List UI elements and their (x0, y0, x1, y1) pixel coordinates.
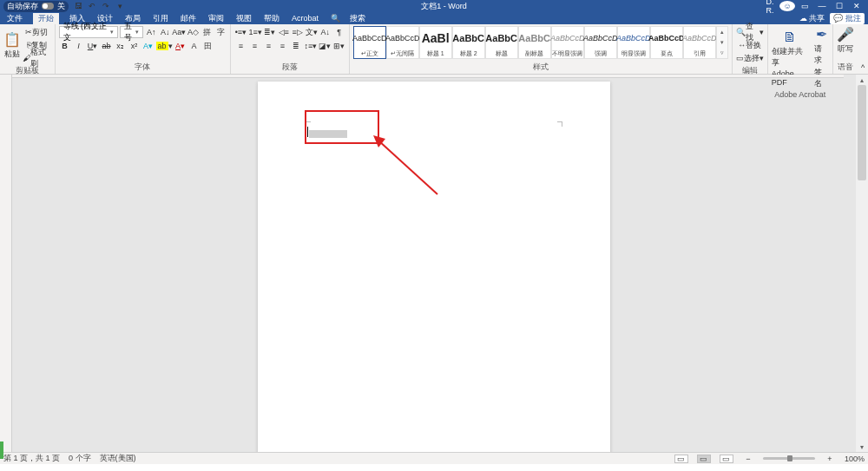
shading-icon[interactable]: ◪▾ (319, 40, 331, 52)
dictate-button[interactable]: 🎤 听写 (837, 26, 854, 55)
collapse-ribbon-icon[interactable]: ^ (857, 62, 868, 74)
tab-mailings[interactable]: 邮件 (179, 13, 198, 24)
user-avatar-icon[interactable]: ☺ (779, 1, 795, 11)
find-button[interactable]: 🔍 查找 ▾ (736, 26, 764, 38)
increase-indent-icon[interactable]: ≡▷ (292, 26, 304, 38)
tab-acrobat[interactable]: Acrobat (290, 14, 320, 23)
view-web-layout-icon[interactable]: ▭ (720, 455, 733, 463)
superscript-icon[interactable]: x² (128, 40, 141, 52)
search-icon[interactable]: 🔍 (329, 12, 341, 24)
search-label[interactable]: 搜索 (350, 13, 365, 24)
chevron-up-icon[interactable]: ▴ (717, 27, 727, 37)
scroll-up-icon[interactable]: ▴ (856, 75, 868, 85)
select-button[interactable]: ▭ 选择 ▾ (736, 52, 764, 64)
decrease-indent-icon[interactable]: ◁≡ (278, 26, 290, 38)
bullets-icon[interactable]: •≡▾ (234, 26, 247, 38)
strikethrough-icon[interactable]: ab (101, 40, 113, 52)
style-strong[interactable]: AaBbCcD要点 (650, 26, 683, 59)
comments-button[interactable]: 💬 批注 (830, 13, 865, 24)
underline-icon[interactable]: U▾ (87, 40, 99, 52)
style-title[interactable]: AaBbC标题 (485, 26, 518, 59)
tab-home[interactable]: 开始 (33, 13, 59, 24)
sort-icon[interactable]: A↓ (319, 26, 332, 38)
zoom-slider[interactable] (763, 457, 815, 460)
borders-icon[interactable]: ⊞▾ (332, 40, 345, 52)
justify-icon[interactable]: ≡ (276, 40, 288, 52)
document-area[interactable] (12, 75, 856, 452)
font-color-icon[interactable]: A▾ (174, 40, 187, 52)
change-case-icon[interactable]: Aa▾ (173, 26, 185, 38)
maximize-icon[interactable]: ☐ (832, 2, 847, 10)
style-subtitle[interactable]: AaBbC副标题 (518, 26, 551, 59)
zoom-slider-knob[interactable] (787, 455, 792, 461)
line-spacing-icon[interactable]: ↕≡▾ (304, 40, 317, 52)
scroll-thumb[interactable] (858, 85, 866, 180)
autosave-toggle[interactable]: 自动保存 关 (3, 1, 69, 12)
multilevel-list-icon[interactable]: ≣▾ (264, 26, 276, 38)
asian-layout-icon[interactable]: 文▾ (306, 26, 318, 38)
chevron-down-icon[interactable]: ▾ (717, 37, 727, 48)
qat-more-icon[interactable]: ▾ (114, 0, 126, 12)
zoom-level[interactable]: 100% (845, 455, 865, 463)
shrink-font-icon[interactable]: A↓ (159, 26, 171, 38)
phonetic-guide-icon[interactable]: 拼 (201, 26, 213, 38)
tab-view[interactable]: 视图 (234, 13, 253, 24)
align-left-icon[interactable]: ≡ (234, 40, 247, 52)
minimize-icon[interactable]: — (814, 2, 830, 10)
status-language[interactable]: 英语(美国) (100, 453, 136, 464)
scroll-track[interactable] (856, 85, 868, 442)
style-subtle-emphasis[interactable]: AaBbCcD不明显强调 (551, 26, 584, 59)
style-normal[interactable]: AaBbCcD↵正文 (353, 26, 386, 59)
replace-button[interactable]: ↔ 替换 (736, 39, 764, 51)
clear-formatting-icon[interactable]: A◇ (187, 26, 199, 38)
grow-font-icon[interactable]: A↑ (145, 26, 157, 38)
style-emphasis[interactable]: AaBbCcD强调 (584, 26, 617, 59)
enclose-characters-icon[interactable]: 字 (214, 26, 227, 38)
horizontal-ruler[interactable] (12, 75, 844, 78)
paste-button[interactable]: 📋 粘贴 (3, 31, 21, 60)
show-hide-marks-icon[interactable]: ¶ (333, 26, 345, 38)
undo-icon[interactable]: ↶ (86, 0, 98, 12)
highlight-icon[interactable]: ab▾ (156, 40, 173, 52)
tab-references[interactable]: 引用 (151, 13, 170, 24)
character-border-icon[interactable]: ⽥ (202, 40, 214, 52)
expand-gallery-icon[interactable]: ▿ (717, 48, 727, 58)
style-quote[interactable]: AaBbCcD引用 (683, 26, 716, 59)
tab-review[interactable]: 审阅 (207, 13, 226, 24)
align-center-icon[interactable]: ≡ (248, 40, 260, 52)
ribbon-display-options-icon[interactable]: ▭ (797, 2, 812, 10)
text-effects-icon[interactable]: A▾ (142, 40, 155, 52)
scroll-down-icon[interactable]: ▾ (856, 442, 868, 452)
redo-icon[interactable]: ↷ (100, 0, 112, 12)
align-right-icon[interactable]: ≡ (262, 40, 274, 52)
zoom-out-icon[interactable]: − (742, 453, 754, 465)
view-print-layout-icon[interactable]: ▭ (697, 455, 711, 463)
styles-gallery-nav[interactable]: ▴▾▿ (716, 26, 728, 59)
font-size-dropdown[interactable]: 五号▾ (120, 26, 144, 38)
save-icon[interactable]: 🖫 (72, 0, 84, 12)
user-name[interactable]: D. R. (762, 0, 778, 15)
view-read-mode-icon[interactable]: ▭ (674, 455, 688, 463)
character-shading-icon[interactable]: A (188, 40, 201, 52)
style-intense-emphasis[interactable]: AaBbCcD明显强调 (617, 26, 650, 59)
close-icon[interactable]: ✕ (849, 2, 865, 10)
status-word-count[interactable]: 0 个字 (69, 453, 91, 464)
format-painter-button[interactable]: 🖌 格式刷 (23, 52, 51, 64)
vertical-scrollbar[interactable]: ▴ ▾ (856, 75, 868, 452)
distributed-icon[interactable]: ≣ (290, 40, 302, 52)
subscript-icon[interactable]: x₂ (115, 40, 127, 52)
numbering-icon[interactable]: 1≡▾ (248, 26, 261, 38)
cut-button[interactable]: ✂ 剪切 (23, 26, 51, 38)
tab-file[interactable]: 文件 (5, 13, 24, 24)
status-page[interactable]: 第 1 页，共 1 页 (3, 453, 60, 464)
font-name-dropdown[interactable]: 等线 (西文正文▾ (59, 26, 118, 38)
style-no-spacing[interactable]: AaBbCcD↵无间隔 (386, 26, 419, 59)
bold-icon[interactable]: B (59, 40, 71, 52)
tab-help[interactable]: 帮助 (262, 13, 281, 24)
italic-icon[interactable]: I (73, 40, 85, 52)
share-button[interactable]: ☁ 共享 (799, 13, 825, 24)
style-heading2[interactable]: AaBbC标题 2 (452, 26, 485, 59)
zoom-in-icon[interactable]: + (824, 453, 836, 465)
style-heading1[interactable]: AaBl标题 1 (419, 26, 452, 59)
vertical-ruler[interactable] (0, 75, 12, 452)
